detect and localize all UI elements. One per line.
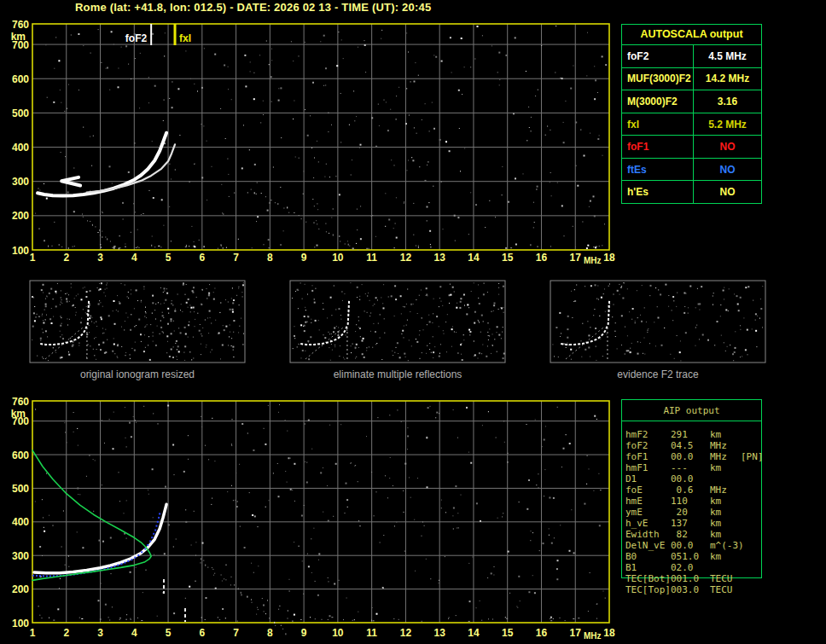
autoscala-param-value: NO bbox=[694, 159, 761, 181]
svg-text:km: km bbox=[11, 408, 26, 420]
autoscala-row-muf3000f2: MUF(3000)F214.2 MHz bbox=[622, 67, 761, 90]
aip-row-fof1: foF100.0MHz[PN] bbox=[625, 451, 764, 462]
autoscala-panel-title: AUTOSCALA output bbox=[622, 25, 761, 45]
svg-text:MHz: MHz bbox=[584, 256, 602, 265]
autoscala-param-label: foF2 bbox=[622, 45, 694, 67]
aip-param-unit: km bbox=[710, 462, 741, 473]
thumbnail-caption-eliminate: eliminate multiple reflections bbox=[290, 368, 505, 380]
svg-text:15: 15 bbox=[502, 627, 514, 639]
svg-text:10: 10 bbox=[332, 252, 344, 264]
autoscala-param-label: h'Es bbox=[622, 181, 694, 203]
svg-text:5: 5 bbox=[166, 627, 172, 639]
aip-param-value: 291 bbox=[671, 429, 710, 440]
autoscala-output-panel: AUTOSCALA output foF24.5 MHzMUF(3000)F21… bbox=[621, 24, 762, 204]
svg-text:9: 9 bbox=[301, 252, 307, 264]
aip-param-value: 001.0 bbox=[671, 573, 710, 584]
autoscala-param-label: ftEs bbox=[622, 159, 694, 181]
svg-text:6: 6 bbox=[199, 627, 205, 639]
svg-text:17: 17 bbox=[570, 252, 582, 264]
svg-text:17: 17 bbox=[570, 627, 582, 639]
svg-text:6: 6 bbox=[199, 252, 205, 264]
autoscala-param-value: NO bbox=[694, 136, 761, 158]
autoscala-param-value: NO bbox=[694, 181, 761, 203]
aip-param-label: foE bbox=[625, 484, 671, 496]
aip-param-label: D1 bbox=[625, 473, 671, 484]
svg-text:1: 1 bbox=[30, 252, 36, 264]
svg-text:3: 3 bbox=[97, 252, 103, 264]
aip-param-value: 20 bbox=[671, 507, 710, 518]
svg-text:500: 500 bbox=[12, 107, 29, 119]
svg-text:16: 16 bbox=[536, 627, 548, 639]
aip-param-label: TEC[Bot] bbox=[625, 573, 671, 584]
aip-param-value: 137 bbox=[671, 518, 710, 529]
autoscala-row-fof1: foF1NO bbox=[622, 135, 761, 158]
aip-param-unit: m^(-3) bbox=[710, 540, 741, 551]
aip-row-hmf2: hmF2291km bbox=[625, 429, 764, 440]
svg-text:500: 500 bbox=[12, 483, 29, 495]
aip-row-hmf1: hmF1---km bbox=[625, 462, 764, 473]
aip-param-value: 051.0 bbox=[671, 551, 710, 562]
aip-param-label: Ewidth bbox=[625, 529, 671, 540]
aip-param-label: foF2 bbox=[625, 440, 671, 451]
aip-param-unit: km bbox=[710, 429, 741, 440]
svg-text:1: 1 bbox=[30, 627, 36, 639]
aip-row-hme: hmE110km bbox=[625, 496, 764, 507]
svg-text:foF2: foF2 bbox=[125, 32, 148, 44]
svg-text:7: 7 bbox=[233, 252, 239, 264]
svg-text:400: 400 bbox=[12, 142, 29, 154]
aip-param-unit: TECU bbox=[710, 573, 741, 584]
aip-param-value: 00.0 bbox=[671, 451, 710, 462]
thumbnail-caption-original: original ionogram resized bbox=[30, 368, 245, 380]
svg-text:8: 8 bbox=[267, 627, 273, 639]
aip-param-unit: MHz bbox=[710, 484, 741, 496]
svg-text:300: 300 bbox=[12, 550, 29, 562]
svg-text:100: 100 bbox=[12, 245, 29, 257]
aip-row-tecbot: TEC[Bot]001.0TECU bbox=[625, 573, 764, 584]
aip-param-flag: [PN] bbox=[741, 451, 764, 462]
svg-text:4: 4 bbox=[131, 627, 137, 639]
svg-text:9: 9 bbox=[301, 627, 307, 639]
aip-rows: hmF2291kmfoF204.5MHzfoF100.0MHz[PN]hmF1-… bbox=[625, 429, 764, 595]
autoscala-row-hes: h'EsNO bbox=[622, 180, 761, 203]
svg-text:3: 3 bbox=[97, 627, 103, 639]
aip-row-d1: D100.0 bbox=[625, 473, 764, 484]
svg-text:2: 2 bbox=[63, 627, 69, 639]
thumbnail-caption-evidence: evidence F2 trace bbox=[550, 368, 765, 380]
aip-param-unit: km bbox=[710, 529, 741, 540]
svg-text:600: 600 bbox=[12, 450, 29, 461]
svg-text:16: 16 bbox=[536, 252, 548, 264]
aip-param-unit: km bbox=[710, 551, 741, 562]
svg-text:760: 760 bbox=[12, 19, 29, 31]
aip-param-unit: km bbox=[710, 518, 741, 529]
svg-text:600: 600 bbox=[12, 73, 29, 85]
aip-param-label: foF1 bbox=[625, 451, 671, 462]
svg-text:18: 18 bbox=[603, 627, 615, 639]
aip-param-label: h_vE bbox=[625, 518, 671, 529]
aip-param-unit: km bbox=[710, 496, 741, 507]
svg-text:fxI: fxI bbox=[179, 32, 191, 44]
autoscala-param-value: 5.2 MHz bbox=[694, 113, 761, 136]
aip-row-yme: ymE 20km bbox=[625, 507, 764, 518]
svg-text:11: 11 bbox=[366, 252, 377, 264]
aip-row-fof2: foF204.5MHz bbox=[625, 440, 764, 451]
autoscala-window: 760700600500400300200100km12345678910111… bbox=[0, 0, 826, 644]
aip-row-b1: B102.0 bbox=[625, 562, 764, 573]
svg-text:8: 8 bbox=[267, 252, 273, 264]
autoscala-rows: foF24.5 MHzMUF(3000)F214.2 MHzM(3000)F23… bbox=[622, 45, 761, 203]
svg-text:14: 14 bbox=[468, 252, 480, 264]
autoscala-row-fxi: fxI5.2 MHz bbox=[622, 113, 761, 136]
aip-param-unit: MHz bbox=[710, 451, 741, 462]
autoscala-row-fof2: foF24.5 MHz bbox=[622, 45, 761, 67]
svg-text:MHz: MHz bbox=[584, 631, 602, 641]
svg-text:13: 13 bbox=[433, 627, 445, 639]
aip-param-value: 0.6 bbox=[671, 484, 710, 496]
aip-param-label: DelN_vE bbox=[625, 540, 671, 551]
autoscala-param-value: 4.5 MHz bbox=[694, 45, 761, 67]
aip-title-divider bbox=[621, 421, 762, 421]
svg-text:7: 7 bbox=[233, 627, 239, 639]
svg-text:5: 5 bbox=[166, 252, 172, 264]
autoscala-param-label: fxI bbox=[622, 113, 694, 136]
svg-text:200: 200 bbox=[12, 583, 29, 595]
svg-text:2: 2 bbox=[63, 252, 69, 264]
svg-text:13: 13 bbox=[433, 252, 445, 264]
